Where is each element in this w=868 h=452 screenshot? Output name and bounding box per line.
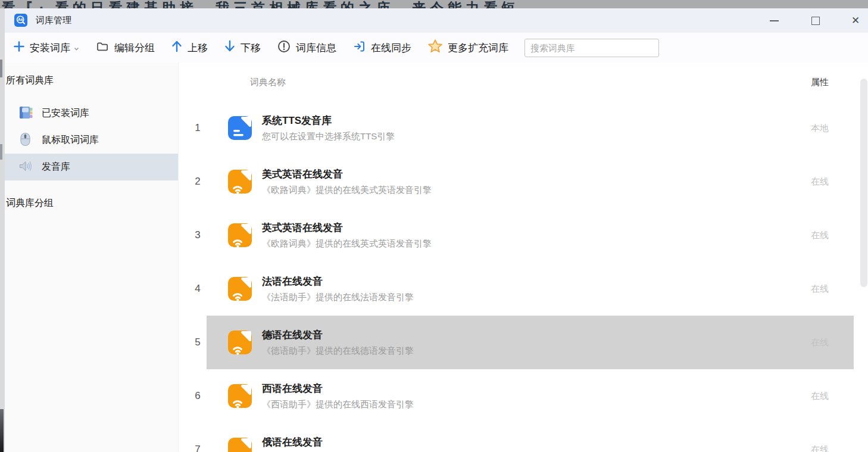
background-left-dark-segment xyxy=(0,409,4,452)
column-header-attribute: 属性 xyxy=(811,77,829,88)
svg-text:Aa: Aa xyxy=(18,17,23,21)
dict-info-button[interactable]: 词库信息 xyxy=(277,39,336,57)
dict-attribute: 在线 xyxy=(811,337,829,348)
dict-title: 西语在线发音 xyxy=(262,382,414,396)
dict-text: 俄语在线发音 xyxy=(262,435,323,452)
online-document-icon xyxy=(226,168,254,195)
sidebar-item-label: 发音库 xyxy=(42,161,70,173)
dict-subtitle: 《欧路词典》提供的在线英式英语发音引擎 xyxy=(262,238,432,250)
move-up-button[interactable]: 上移 xyxy=(171,39,208,56)
dict-text: 德语在线发音 《德语助手》提供的在线德语发音引擎 xyxy=(262,328,414,357)
dict-attribute: 在线 xyxy=(811,230,829,241)
sync-icon xyxy=(352,39,366,57)
dict-attribute: 在线 xyxy=(811,444,829,452)
online-sync-label: 在线同步 xyxy=(371,41,411,55)
document-icon xyxy=(226,114,254,142)
speaker-icon xyxy=(18,158,33,176)
background-left-mark xyxy=(0,144,2,160)
dictionary-manager-window: Aa 词库管理 ✕ 安装词库 编辑分组 xyxy=(5,8,868,452)
sidebar: 所有词典库 已安装词库 xyxy=(5,63,179,452)
row-number: 5 xyxy=(191,336,205,348)
sidebar-section-groups: 词典库分组 xyxy=(6,197,178,210)
dict-attribute: 在线 xyxy=(811,283,829,295)
dict-text: 法语在线发音 《法语助手》提供的在线法语发音引擎 xyxy=(262,275,414,303)
row-number: 4 xyxy=(191,283,205,295)
edit-group-button[interactable]: 编辑分组 xyxy=(96,40,155,56)
online-document-icon xyxy=(226,275,254,303)
dict-info-label: 词库信息 xyxy=(296,41,336,55)
online-document-icon xyxy=(226,329,254,356)
dict-subtitle: 《欧路词典》提供的在线美式英语发音引擎 xyxy=(262,184,432,196)
sidebar-item-label: 鼠标取词词库 xyxy=(42,134,99,146)
folder-icon xyxy=(96,40,110,56)
dict-text: 西语在线发音 《西语助手》提供的在线西语发音引擎 xyxy=(262,382,414,410)
background-clipped-text: 看『』看的日看建基助接 我三首相械库看的之庙 来今能力看短 xyxy=(0,0,868,8)
dict-attribute: 在线 xyxy=(811,176,829,188)
sidebar-item-mouse-lookup[interactable]: 鼠标取词词库 xyxy=(5,127,178,154)
list-item-russian[interactable]: 7 俄语在线发音 在线 xyxy=(179,423,868,452)
background-left-edge xyxy=(0,8,5,452)
dict-title: 德语在线发音 xyxy=(262,328,414,342)
list-item-german-selected[interactable]: 5 德语在线发音 《德语助手》提供的在线德语发音引擎 在线 xyxy=(179,316,868,369)
scrollbar[interactable] xyxy=(860,67,868,448)
dict-text: 系统TTS发音库 您可以在设置中选择系统TTS引擎 xyxy=(262,114,395,142)
list-rows: 1 系统TTS发音库 您可以在设置中选择系统TTS引擎 本地 2 xyxy=(179,101,868,452)
close-icon: ✕ xyxy=(851,15,860,26)
dict-title: 系统TTS发音库 xyxy=(262,114,395,128)
dict-attribute: 在线 xyxy=(811,391,829,402)
row-number: 7 xyxy=(191,444,205,452)
dict-subtitle: 《法语助手》提供的在线法语发音引擎 xyxy=(262,291,414,303)
more-dicts-label: 更多扩充词库 xyxy=(448,41,508,55)
more-dicts-button[interactable]: 更多扩充词库 xyxy=(427,39,508,57)
star-icon xyxy=(427,39,443,57)
mouse-icon xyxy=(18,132,33,149)
move-up-label: 上移 xyxy=(188,41,208,55)
row-number: 3 xyxy=(191,229,205,241)
row-number: 1 xyxy=(191,122,205,134)
arrow-down-icon xyxy=(224,39,236,56)
list-item-tts[interactable]: 1 系统TTS发音库 您可以在设置中选择系统TTS引擎 本地 xyxy=(179,101,868,155)
install-dict-label: 安装词库 xyxy=(30,41,70,55)
toolbar: 安装词库 编辑分组 上移 下移 词库信息 xyxy=(5,33,868,63)
sidebar-item-installed[interactable]: 已安装词库 xyxy=(5,100,178,127)
background-window-strip: 看『』看的日看建基助接 我三首相械库看的之庙 来今能力看短 xyxy=(0,0,868,8)
online-document-icon xyxy=(226,436,254,452)
install-dict-button[interactable]: 安装词库 xyxy=(13,40,80,55)
online-document-icon xyxy=(226,222,254,249)
dict-title: 英式英语在线发音 xyxy=(262,221,432,235)
minimize-icon xyxy=(770,20,779,21)
dict-subtitle: 《德语助手》提供的在线德语发音引擎 xyxy=(262,345,414,357)
app-icon: Aa xyxy=(14,14,27,27)
list-item-spanish[interactable]: 6 西语在线发音 《西语助手》提供的在线西语发音引擎 在线 xyxy=(179,369,868,423)
move-down-button[interactable]: 下移 xyxy=(224,39,261,56)
dict-subtitle: 您可以在设置中选择系统TTS引擎 xyxy=(262,130,395,142)
edit-group-label: 编辑分组 xyxy=(114,41,155,55)
list-item-uk-english[interactable]: 3 英式英语在线发音 《欧路词典》提供的在线英式英语发音引擎 在线 xyxy=(179,208,868,262)
info-icon xyxy=(277,39,291,57)
book-icon xyxy=(18,105,33,123)
minimize-button[interactable] xyxy=(765,8,783,33)
list-item-french[interactable]: 4 法语在线发音 《法语助手》提供的在线法语发音引擎 在线 xyxy=(179,262,868,316)
chevron-down-icon xyxy=(73,43,80,55)
titlebar: Aa 词库管理 ✕ xyxy=(5,8,868,33)
dict-text: 英式英语在线发音 《欧路词典》提供的在线英式英语发音引擎 xyxy=(262,221,432,250)
sidebar-section-all-dicts: 所有词典库 xyxy=(6,74,178,87)
plus-icon xyxy=(13,40,25,55)
list-item-us-english[interactable]: 2 美式英语在线发音 《欧路词典》提供的在线美式英语发音引擎 在线 xyxy=(179,155,868,208)
dict-subtitle: 《西语助手》提供的在线西语发音引擎 xyxy=(262,398,414,410)
scrollbar-thumb[interactable] xyxy=(860,79,867,287)
row-number: 6 xyxy=(191,390,205,402)
sidebar-item-label: 已安装词库 xyxy=(42,107,89,120)
arrow-up-icon xyxy=(171,39,183,56)
online-document-icon xyxy=(226,382,254,410)
dict-text: 美式英语在线发音 《欧路词典》提供的在线美式英语发音引擎 xyxy=(262,167,432,196)
online-sync-button[interactable]: 在线同步 xyxy=(352,39,411,57)
maximize-button[interactable] xyxy=(807,8,825,33)
window-title: 词库管理 xyxy=(36,15,71,26)
search-input[interactable] xyxy=(524,39,659,57)
move-down-label: 下移 xyxy=(241,41,261,55)
dict-title: 美式英语在线发音 xyxy=(262,167,432,182)
close-button[interactable]: ✕ xyxy=(847,8,864,33)
sidebar-item-pronunciation[interactable]: 发音库 xyxy=(5,154,178,180)
dict-title: 法语在线发音 xyxy=(262,275,414,289)
